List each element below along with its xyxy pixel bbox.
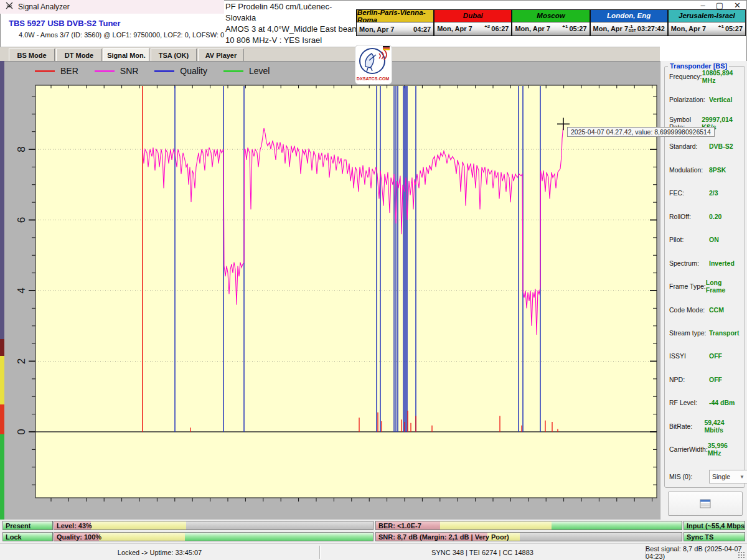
maximize-button[interactable]: ▢ [716, 1, 723, 10]
meter-snr: SNR: 8,7 dB (Margin: 2,1 dB | Very Poor) [375, 532, 682, 541]
legend-swatch [223, 70, 243, 72]
clock-time: 04:27 [413, 26, 431, 33]
transponder-label: ISSYI [669, 352, 709, 360]
clock-date: Mon, Apr 7 [437, 25, 484, 32]
legend-label: Quality [180, 66, 207, 76]
tab-av-player[interactable]: AV Player [198, 49, 244, 62]
clock-city: London, Eng [591, 9, 668, 22]
table-icon [700, 499, 711, 508]
meter-quality: Quality: 100% [54, 532, 374, 541]
window-title: Signal Analyzer [18, 2, 70, 11]
meter-present: Present [2, 521, 53, 530]
meter-ber: BER: <1.0E-7 [375, 521, 682, 530]
transponder-value: Vertical [709, 96, 732, 103]
transponder-row: ISSYIOFF [669, 352, 740, 360]
chart-tooltip: 2025-04-07 04.27.42, value: 8,6999998092… [567, 127, 715, 137]
clock-4: Jerusalem-IsraelMon, Apr 7+105:27 [668, 9, 746, 36]
transponder-value: ON [709, 236, 719, 243]
transponder-value: -44 dBm [709, 399, 735, 406]
tab-tsa-ok[interactable]: TSA (OK) [151, 49, 197, 62]
transponder-value: 8PSK [709, 166, 726, 174]
mis-value: Single [712, 473, 730, 480]
clock-city: Berlin-Paris-Vienna-Roma [357, 9, 434, 22]
statusbar-sync-counters: SYNC 348 | TEI 6274 | CC 14883 [319, 544, 646, 560]
transponder-value: 0.20 [709, 213, 721, 220]
legend-swatch [154, 70, 174, 72]
legend-item-ber: BER [35, 66, 78, 76]
transponder-label: Pilot: [669, 236, 709, 243]
transponder-label: NPD: [669, 376, 709, 383]
transponder-value: CCM [709, 306, 724, 314]
transponder-row: Frame Type:Long Frame [669, 282, 740, 291]
minimize-button[interactable]: – [701, 1, 705, 10]
satellite-dish-icon: DXSATCS.COM [355, 45, 390, 83]
world-clocks: Berlin-Paris-Vienna-RomaMon, Apr 704:27D… [356, 9, 746, 36]
transponder-label: Code Mode: [669, 306, 709, 314]
clock-city: Jerusalem-Israel [669, 9, 746, 22]
transponder-row: FEC:2/3 [669, 189, 740, 197]
transponder-value: Long Frame [706, 279, 740, 294]
legend-label: Level [249, 66, 270, 76]
meter-segment-green [552, 521, 682, 530]
meter-label: Lock [6, 533, 22, 541]
strip-yellow [0, 356, 4, 404]
clock-time-row: Mon, Apr 7-1DST03:27:42 [591, 22, 668, 36]
clock-3: London, EngMon, Apr 7-1DST03:27:42 [590, 9, 668, 36]
chart-legend: BERSNRQualityLevel [35, 66, 270, 76]
chart-panel [4, 61, 660, 520]
meter-label: BER: <1.0E-7 [378, 522, 421, 530]
strip-green [0, 434, 4, 520]
stream-info-button[interactable] [668, 492, 743, 516]
tab-dt-mode[interactable]: DT Mode [56, 49, 102, 62]
clock-dst-label: DST [629, 29, 636, 32]
tuner-subtitle: 4.0W - Amos 3/7 (ID: 3560) @ LOF1: 97500… [19, 31, 224, 39]
clock-time: 05:27 [725, 25, 743, 32]
clock-1: DubaiMon, Apr 7+206:27 [434, 9, 512, 36]
mis-select[interactable]: Single ▼ [709, 470, 747, 483]
meter-segment-yellow [440, 521, 552, 530]
meter-label: Present [6, 522, 31, 530]
transponder-value: Inverted [709, 259, 735, 267]
meter-label: Quality: 100% [57, 533, 101, 541]
transponder-row: Polarization:Vertical [669, 95, 740, 104]
transponder-label: Stream type: [669, 329, 709, 337]
transponder-value: 35,996 MHz [708, 442, 740, 457]
chevron-down-icon: ▼ [740, 474, 745, 480]
clock-2: MoscowMon, Apr 7+105:27 [512, 9, 590, 36]
legend-swatch [95, 70, 115, 72]
transponder-row: Pilot:ON [669, 235, 740, 244]
clock-time-row: Mon, Apr 7+206:27 [435, 22, 512, 36]
strip-red [0, 404, 4, 434]
clock-date: Mon, Apr 7 [593, 25, 629, 32]
transponder-label: Frame Type: [669, 282, 706, 290]
meter-segment-yellow [99, 533, 185, 541]
clock-city: Moscow [512, 9, 590, 22]
transponder-value: OFF [709, 376, 722, 383]
transponder-row: NPD:OFF [669, 375, 740, 384]
meter-segment-gray [520, 533, 682, 541]
transponder-label: RollOff: [669, 213, 709, 220]
close-button[interactable]: ✕ [734, 1, 741, 10]
tab-bs-mode[interactable]: BS Mode [9, 49, 55, 62]
meter-segment-gray [186, 521, 373, 530]
transponder-value: Transport [709, 329, 739, 337]
app-icon [5, 1, 14, 12]
transponder-row: Symbol Rate:29997,014 KS/s [669, 119, 740, 128]
site-info-line: 10 806 MHz-V : YES Israel [225, 35, 359, 46]
window-controls: – ▢ ✕ [701, 1, 741, 10]
dxsatcs-logo: DXSATCS.COM [355, 45, 392, 85]
clock-utc-offset: +1 [718, 24, 724, 29]
statusbar-best-signal: Best signal: 8,7 dB (2025-04-07 04:23) [646, 544, 747, 560]
legend-label: BER [60, 66, 78, 76]
transponder-row: Standard:DVB-S2 [669, 142, 740, 151]
meter-sync-ts: Sync TS [684, 532, 745, 541]
meter-lock: Lock [2, 532, 53, 541]
clock-time: 03:27:42 [637, 25, 665, 32]
tab-signal-mon[interactable]: Signal Mon. [103, 48, 149, 62]
resize-grip[interactable] [737, 551, 745, 559]
site-info-line: AMOS 3 at 4,0°W_Middle East beam [225, 24, 359, 35]
legend-item-snr: SNR [95, 66, 139, 76]
meter-input-55-4-mbps: Input (~55,4 Mbps) [684, 521, 745, 530]
meter-label: SNR: 8,7 dB (Margin: 2,1 dB | Very Poor) [378, 533, 509, 541]
desktop-edge-strip [0, 61, 4, 520]
